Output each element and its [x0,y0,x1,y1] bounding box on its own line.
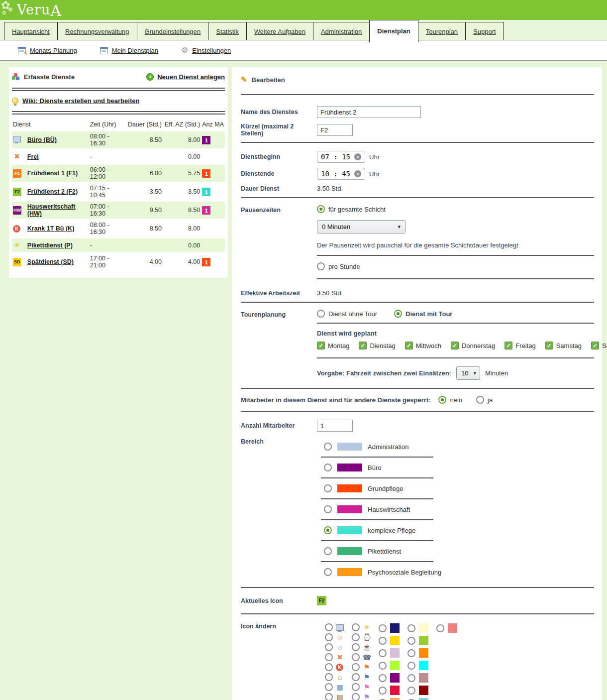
service-link-sp-tdienst-sd[interactable]: Spätdienst (SD) [27,258,74,265]
bereich-option-grundpflege[interactable]: Grundpflege [324,483,594,494]
pausen-minuten-select[interactable]: 0 Minuten▾ [317,220,405,233]
clear-time-icon[interactable]: ✕ [354,170,361,177]
tab-hauptansicht[interactable]: Hauptansicht [4,22,58,40]
bereich-option-komplexe-pflege[interactable]: komplexe Pflege [324,525,594,536]
service-link-hausweritschaft-hw[interactable]: Hausweritschaft (HW) [27,203,76,217]
icon-option-person-orange[interactable]: ☺ [325,633,344,641]
color-option-9acd32[interactable] [407,636,428,645]
day-checkbox-samstag[interactable]: ✓Samstag [545,342,582,350]
color-option-ffd700[interactable] [379,636,400,645]
icon-option-asterisk[interactable]: ✳ [352,623,371,631]
icon-option-x-mark[interactable]: ✖ [325,653,344,661]
service-link-pikettdienst-p[interactable]: Pikettdienst (P) [27,242,73,249]
service-row: ✳ Pikettdienst (P) - 0.00 [12,238,225,252]
color-option-8b0000[interactable] [407,686,428,695]
dienstende-input[interactable]: 10 : 45 ✕ [317,168,365,180]
service-dauer: 4.00 [127,253,163,270]
tab-statistik[interactable]: Statistik [208,22,247,40]
service-link-b-ro-b[interactable]: Büro (BÜ) [27,136,57,143]
color-option-bc8f8f[interactable] [407,673,428,683]
kuerzel-input[interactable] [317,124,353,136]
wiki-link[interactable]: Wiki: Dienste erstellen und bearbeiten [12,92,225,110]
day-checkbox-montag[interactable]: ✓Montag [317,342,349,350]
checkbox-checked-icon: ✓ [591,342,599,350]
bereich-option-administration[interactable]: Administration [324,441,594,452]
radio-unselected-icon [379,637,387,645]
color-option-dc143c[interactable] [379,686,400,695]
icon-option-person-blue[interactable]: ☺ [325,643,344,651]
subnav-item-einstellungen[interactable]: ⚙ Einstellungen [181,47,231,54]
radio-unselected-icon [352,673,360,681]
dienstbeginn-input[interactable]: 07 : 15 ✕ [317,151,365,163]
radio-unselected-icon [325,673,333,681]
tab-weitere-aufgaben[interactable]: Weitere Aufgaben [246,22,313,40]
bereich-option-hauswirtschaft[interactable]: Hauswirtschaft [324,504,594,515]
tab-rechnungsverwaltung[interactable]: Rechnungsverwaltung [57,22,137,40]
service-link-fr-hdienst-2-f2[interactable]: Frühdienst 2 (F2) [27,188,78,195]
radio-gesperrt-ja[interactable]: ja [476,396,493,404]
icon-option-chest[interactable]: ▤ [325,693,344,700]
color-option-800080[interactable] [379,673,400,683]
icon-option-flag-blue[interactable]: ⚑ [352,673,371,681]
kuerzel-label: Kürzel (maximal 2 Stellen) [241,123,317,137]
name-input[interactable] [317,106,421,118]
color-option-00ffff[interactable] [407,661,428,670]
radio-pro-stunde[interactable]: pro Stunde [317,262,360,270]
subnav-item-mein-dienstplan[interactable]: Mein Dienstplan [100,47,158,54]
tab-administration[interactable]: Administration [313,22,370,40]
icon-option-flag-orange[interactable]: ⚑ [352,663,371,671]
service-link-krank-1t-b-k[interactable]: Krank 1T Bü (K) [27,225,74,232]
tab-support[interactable]: Support [465,22,504,40]
tab-tourenplan[interactable]: Tourenplan [418,22,466,40]
day-checkbox-mittwoch[interactable]: ✓Mittwoch [405,342,441,350]
clear-time-icon[interactable]: ✕ [354,153,361,160]
fahrzeit-select[interactable]: 10▾ [456,366,480,380]
icon-option-house[interactable]: ⌂ [325,673,344,681]
icon-option-flag-pink[interactable]: ⚑ [352,683,371,691]
day-checkbox-donnerstag[interactable]: ✓Donnerstag [451,342,495,350]
color-option-ff8c00[interactable] [407,648,428,658]
radio-selected-icon [324,526,332,534]
color-option-f4a460[interactable] [379,698,400,700]
color-option-87ceeb[interactable] [407,698,428,700]
radio-fuer-gesamte-schicht[interactable]: für gesamte Schicht [317,205,386,213]
day-checkbox-freitag[interactable]: ✓Freitag [505,342,535,350]
icon-option-alarm-clock[interactable]: ⌚ [352,633,371,641]
icon-option-krank-k[interactable]: K [325,663,344,671]
bereich-option-b-ro[interactable]: Büro [324,462,594,473]
divider [317,323,594,324]
plus-circle-icon: + [146,73,154,81]
new-service-link[interactable]: + Neuen Dienst anlegen [146,73,225,81]
service-link-frei[interactable]: Frei [27,153,39,160]
subnav-item-monats-planung[interactable]: ✎ Monats-Planung [18,47,77,54]
color-option-f08080[interactable] [436,623,457,633]
radio-unselected-icon [324,484,332,492]
day-checkbox-sonntag[interactable]: ✓Sonntag [591,342,607,350]
icon-option-computer[interactable] [325,623,344,631]
x-mark-icon: ✖ [13,153,21,160]
color-option-d8bfd8[interactable] [379,648,400,658]
flag-orange-icon: ⚑ [363,664,371,671]
day-checkbox-dienstag[interactable]: ✓Dienstag [359,342,395,350]
color-option-adff2f[interactable] [379,661,400,670]
radio-dienst-ohne-tour[interactable]: Dienst ohne Tour [317,310,377,318]
color-swatch [337,505,362,513]
radio-gesperrt-nein[interactable]: nein [438,396,462,404]
service-zeit: 07:15 - 10:45 [89,183,127,200]
color-option-fffacd[interactable] [407,623,428,633]
icon-option-flag-violet[interactable]: ⚑ [352,693,371,700]
tab-bar: HauptansichtRechnungsverwaltungGrundeins… [0,20,607,40]
icon-option-coffee-cup[interactable]: ☕ [352,643,371,651]
bereich-option-label: Büro [368,464,381,471]
radio-dienst-mit-tour[interactable]: Dienst mit Tour [394,310,452,318]
anzahl-mitarbeiter-input[interactable] [317,420,353,432]
icon-option-picture[interactable]: ▦ [325,683,344,691]
service-link-fr-hdienst-1-f1[interactable]: Frühdienst 1 (F1) [27,170,78,177]
tab-dienstplan[interactable]: Dienstplan [369,20,418,42]
pencil-icon: ✎ [241,75,247,84]
icon-option-mobile-phone[interactable]: ☎ [352,653,371,661]
bereich-option-psychosoziale-begleitung[interactable]: Psychosoziale Begleitung [324,567,594,578]
color-option-191970[interactable] [379,623,400,633]
bereich-option-pikettdienst[interactable]: Pikettdienst [324,546,594,557]
tab-grundeinstellungen[interactable]: Grundeinstellungen [137,22,209,40]
